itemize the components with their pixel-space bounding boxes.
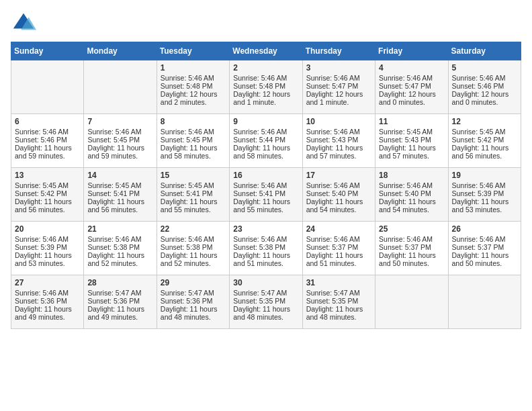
sunrise-text: Sunrise: 5:46 AM bbox=[306, 235, 360, 243]
daylight-text: Daylight: 12 hours and 2 minutes. bbox=[161, 90, 218, 106]
daylight-text: Daylight: 11 hours and 57 minutes. bbox=[306, 144, 363, 160]
sunset-text: Sunset: 5:47 PM bbox=[379, 82, 431, 90]
sunset-text: Sunset: 5:43 PM bbox=[379, 136, 431, 144]
sunset-text: Sunset: 5:39 PM bbox=[452, 189, 504, 197]
daylight-text: Daylight: 11 hours and 52 minutes. bbox=[161, 251, 218, 267]
day-number: 22 bbox=[161, 224, 226, 234]
daylight-text: Daylight: 11 hours and 49 minutes. bbox=[15, 305, 72, 321]
logo-icon bbox=[11, 11, 36, 36]
day-number: 14 bbox=[87, 171, 152, 180]
calendar-cell: 17Sunrise: 5:46 AMSunset: 5:40 PMDayligh… bbox=[302, 168, 375, 222]
sunrise-text: Sunrise: 5:46 AM bbox=[15, 235, 69, 243]
sunrise-text: Sunrise: 5:47 AM bbox=[233, 289, 287, 297]
sunset-text: Sunset: 5:36 PM bbox=[15, 297, 67, 305]
day-number: 1 bbox=[161, 63, 226, 73]
sunrise-text: Sunrise: 5:47 AM bbox=[87, 289, 141, 297]
sunset-text: Sunset: 5:36 PM bbox=[87, 297, 140, 305]
daylight-text: Daylight: 11 hours and 52 minutes. bbox=[87, 251, 144, 267]
day-number: 21 bbox=[87, 224, 152, 234]
sunset-text: Sunset: 5:36 PM bbox=[161, 297, 213, 305]
weekday-header: Monday bbox=[84, 42, 157, 60]
sunrise-text: Sunrise: 5:46 AM bbox=[161, 235, 214, 243]
daylight-text: Daylight: 12 hours and 0 minutes. bbox=[452, 90, 509, 106]
day-number: 11 bbox=[379, 117, 444, 126]
calendar-cell: 5Sunrise: 5:46 AMSunset: 5:46 PMDaylight… bbox=[448, 60, 521, 114]
weekday-header: Saturday bbox=[448, 42, 521, 60]
calendar-cell: 4Sunrise: 5:46 AMSunset: 5:47 PMDaylight… bbox=[375, 60, 448, 114]
daylight-text: Daylight: 11 hours and 58 minutes. bbox=[161, 144, 218, 160]
sunrise-text: Sunrise: 5:47 AM bbox=[306, 289, 360, 297]
sunset-text: Sunset: 5:48 PM bbox=[233, 82, 285, 90]
calendar-week-row: 13Sunrise: 5:45 AMSunset: 5:42 PMDayligh… bbox=[11, 168, 521, 222]
calendar-week-row: 27Sunrise: 5:46 AMSunset: 5:36 PMDayligh… bbox=[11, 275, 521, 329]
calendar-cell: 1Sunrise: 5:46 AMSunset: 5:48 PMDaylight… bbox=[157, 60, 229, 114]
weekday-header: Wednesday bbox=[230, 42, 302, 60]
calendar-cell: 9Sunrise: 5:46 AMSunset: 5:44 PMDaylight… bbox=[230, 114, 302, 168]
sunset-text: Sunset: 5:42 PM bbox=[15, 189, 67, 197]
daylight-text: Daylight: 11 hours and 49 minutes. bbox=[87, 305, 144, 321]
daylight-text: Daylight: 11 hours and 48 minutes. bbox=[233, 305, 290, 321]
day-number: 7 bbox=[87, 117, 152, 126]
daylight-text: Daylight: 12 hours and 0 minutes. bbox=[379, 90, 436, 106]
daylight-text: Daylight: 12 hours and 1 minute. bbox=[306, 90, 363, 106]
sunset-text: Sunset: 5:43 PM bbox=[306, 136, 359, 144]
daylight-text: Daylight: 11 hours and 53 minutes. bbox=[452, 197, 509, 214]
sunrise-text: Sunrise: 5:46 AM bbox=[233, 74, 287, 82]
daylight-text: Daylight: 11 hours and 48 minutes. bbox=[161, 305, 218, 321]
daylight-text: Daylight: 11 hours and 51 minutes. bbox=[306, 251, 363, 267]
day-number: 29 bbox=[161, 278, 226, 287]
sunrise-text: Sunrise: 5:46 AM bbox=[15, 128, 69, 136]
daylight-text: Daylight: 11 hours and 48 minutes. bbox=[306, 305, 363, 321]
daylight-text: Daylight: 11 hours and 59 minutes. bbox=[87, 144, 144, 160]
calendar-week-row: 1Sunrise: 5:46 AMSunset: 5:48 PMDaylight… bbox=[11, 60, 521, 114]
day-number: 3 bbox=[306, 63, 371, 73]
calendar-cell: 25Sunrise: 5:46 AMSunset: 5:37 PMDayligh… bbox=[375, 222, 448, 275]
sunset-text: Sunset: 5:47 PM bbox=[306, 82, 359, 90]
daylight-text: Daylight: 11 hours and 55 minutes. bbox=[233, 197, 290, 214]
sunrise-text: Sunrise: 5:46 AM bbox=[87, 235, 141, 243]
daylight-text: Daylight: 11 hours and 59 minutes. bbox=[15, 144, 72, 160]
day-number: 28 bbox=[87, 278, 152, 287]
sunset-text: Sunset: 5:37 PM bbox=[452, 243, 504, 251]
sunrise-text: Sunrise: 5:45 AM bbox=[87, 181, 141, 189]
sunrise-text: Sunrise: 5:45 AM bbox=[15, 181, 69, 189]
sunrise-text: Sunrise: 5:46 AM bbox=[87, 128, 141, 136]
day-number: 23 bbox=[233, 224, 298, 234]
calendar-cell: 7Sunrise: 5:46 AMSunset: 5:45 PMDaylight… bbox=[84, 114, 157, 168]
day-number: 8 bbox=[161, 117, 226, 126]
calendar-cell: 22Sunrise: 5:46 AMSunset: 5:38 PMDayligh… bbox=[157, 222, 229, 275]
sunset-text: Sunset: 5:45 PM bbox=[87, 136, 140, 144]
calendar-cell: 2Sunrise: 5:46 AMSunset: 5:48 PMDaylight… bbox=[230, 60, 302, 114]
calendar-cell: 14Sunrise: 5:45 AMSunset: 5:41 PMDayligh… bbox=[84, 168, 157, 222]
daylight-text: Daylight: 11 hours and 53 minutes. bbox=[15, 251, 72, 267]
sunset-text: Sunset: 5:44 PM bbox=[233, 136, 285, 144]
day-number: 16 bbox=[233, 171, 298, 180]
day-number: 4 bbox=[379, 63, 444, 73]
logo bbox=[11, 11, 39, 36]
page-header bbox=[11, 11, 521, 36]
day-number: 25 bbox=[379, 224, 444, 234]
day-number: 24 bbox=[306, 224, 371, 234]
calendar-week-row: 6Sunrise: 5:46 AMSunset: 5:46 PMDaylight… bbox=[11, 114, 521, 168]
daylight-text: Daylight: 11 hours and 56 minutes. bbox=[15, 197, 72, 214]
sunrise-text: Sunrise: 5:45 AM bbox=[379, 128, 433, 136]
sunset-text: Sunset: 5:35 PM bbox=[306, 297, 359, 305]
daylight-text: Daylight: 11 hours and 56 minutes. bbox=[87, 197, 144, 214]
calendar-cell: 19Sunrise: 5:46 AMSunset: 5:39 PMDayligh… bbox=[448, 168, 521, 222]
calendar-cell: 30Sunrise: 5:47 AMSunset: 5:35 PMDayligh… bbox=[230, 275, 302, 329]
day-number: 5 bbox=[452, 63, 517, 73]
sunset-text: Sunset: 5:35 PM bbox=[233, 297, 285, 305]
sunrise-text: Sunrise: 5:46 AM bbox=[452, 235, 506, 243]
calendar-cell: 13Sunrise: 5:45 AMSunset: 5:42 PMDayligh… bbox=[11, 168, 84, 222]
calendar-cell: 24Sunrise: 5:46 AMSunset: 5:37 PMDayligh… bbox=[302, 222, 375, 275]
sunset-text: Sunset: 5:42 PM bbox=[452, 136, 504, 144]
calendar-week-row: 20Sunrise: 5:46 AMSunset: 5:39 PMDayligh… bbox=[11, 222, 521, 275]
daylight-text: Daylight: 11 hours and 54 minutes. bbox=[306, 197, 363, 214]
sunrise-text: Sunrise: 5:46 AM bbox=[379, 74, 433, 82]
sunset-text: Sunset: 5:37 PM bbox=[306, 243, 359, 251]
day-number: 15 bbox=[161, 171, 226, 180]
calendar-cell: 18Sunrise: 5:46 AMSunset: 5:40 PMDayligh… bbox=[375, 168, 448, 222]
sunset-text: Sunset: 5:46 PM bbox=[15, 136, 67, 144]
weekday-header: Thursday bbox=[302, 42, 375, 60]
sunrise-text: Sunrise: 5:46 AM bbox=[452, 74, 506, 82]
